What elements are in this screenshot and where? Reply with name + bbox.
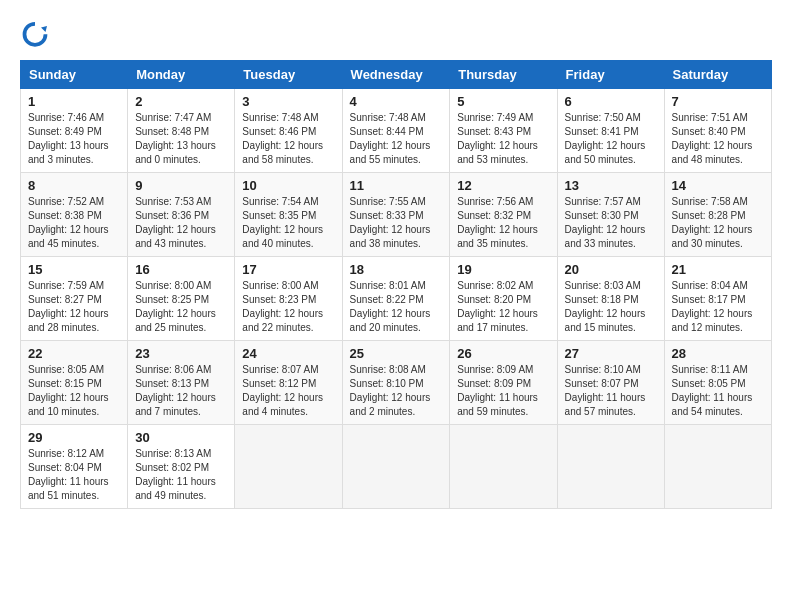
- day-number: 20: [565, 262, 657, 277]
- day-number: 25: [350, 346, 443, 361]
- calendar-cell: 12Sunrise: 7:56 AM Sunset: 8:32 PM Dayli…: [450, 173, 557, 257]
- logo: [20, 20, 54, 50]
- calendar-cell: 7Sunrise: 7:51 AM Sunset: 8:40 PM Daylig…: [664, 89, 771, 173]
- day-header-tuesday: Tuesday: [235, 61, 342, 89]
- calendar-table: SundayMondayTuesdayWednesdayThursdayFrid…: [20, 60, 772, 509]
- calendar-cell: 27Sunrise: 8:10 AM Sunset: 8:07 PM Dayli…: [557, 341, 664, 425]
- day-number: 19: [457, 262, 549, 277]
- day-number: 21: [672, 262, 764, 277]
- day-number: 4: [350, 94, 443, 109]
- calendar-cell: 14Sunrise: 7:58 AM Sunset: 8:28 PM Dayli…: [664, 173, 771, 257]
- day-number: 29: [28, 430, 120, 445]
- day-number: 14: [672, 178, 764, 193]
- calendar-cell: 3Sunrise: 7:48 AM Sunset: 8:46 PM Daylig…: [235, 89, 342, 173]
- day-number: 22: [28, 346, 120, 361]
- calendar-cell: 6Sunrise: 7:50 AM Sunset: 8:41 PM Daylig…: [557, 89, 664, 173]
- day-number: 11: [350, 178, 443, 193]
- calendar-cell: [235, 425, 342, 509]
- calendar-week-5: 29Sunrise: 8:12 AM Sunset: 8:04 PM Dayli…: [21, 425, 772, 509]
- day-number: 27: [565, 346, 657, 361]
- day-number: 18: [350, 262, 443, 277]
- day-content: Sunrise: 7:59 AM Sunset: 8:27 PM Dayligh…: [28, 279, 120, 335]
- day-content: Sunrise: 8:04 AM Sunset: 8:17 PM Dayligh…: [672, 279, 764, 335]
- day-content: Sunrise: 7:55 AM Sunset: 8:33 PM Dayligh…: [350, 195, 443, 251]
- calendar-cell: 16Sunrise: 8:00 AM Sunset: 8:25 PM Dayli…: [128, 257, 235, 341]
- day-number: 1: [28, 94, 120, 109]
- day-number: 3: [242, 94, 334, 109]
- calendar-cell: [557, 425, 664, 509]
- calendar-cell: 4Sunrise: 7:48 AM Sunset: 8:44 PM Daylig…: [342, 89, 450, 173]
- calendar-cell: 11Sunrise: 7:55 AM Sunset: 8:33 PM Dayli…: [342, 173, 450, 257]
- day-content: Sunrise: 7:57 AM Sunset: 8:30 PM Dayligh…: [565, 195, 657, 251]
- day-number: 13: [565, 178, 657, 193]
- day-content: Sunrise: 8:01 AM Sunset: 8:22 PM Dayligh…: [350, 279, 443, 335]
- calendar-cell: [450, 425, 557, 509]
- day-number: 28: [672, 346, 764, 361]
- day-number: 10: [242, 178, 334, 193]
- day-header-monday: Monday: [128, 61, 235, 89]
- day-header-wednesday: Wednesday: [342, 61, 450, 89]
- calendar-cell: [664, 425, 771, 509]
- day-number: 6: [565, 94, 657, 109]
- day-header-friday: Friday: [557, 61, 664, 89]
- calendar-cell: 29Sunrise: 8:12 AM Sunset: 8:04 PM Dayli…: [21, 425, 128, 509]
- day-content: Sunrise: 7:58 AM Sunset: 8:28 PM Dayligh…: [672, 195, 764, 251]
- calendar-cell: 8Sunrise: 7:52 AM Sunset: 8:38 PM Daylig…: [21, 173, 128, 257]
- day-number: 24: [242, 346, 334, 361]
- day-number: 23: [135, 346, 227, 361]
- day-number: 7: [672, 94, 764, 109]
- day-content: Sunrise: 7:47 AM Sunset: 8:48 PM Dayligh…: [135, 111, 227, 167]
- day-number: 2: [135, 94, 227, 109]
- logo-icon: [20, 20, 50, 50]
- day-content: Sunrise: 8:13 AM Sunset: 8:02 PM Dayligh…: [135, 447, 227, 503]
- day-content: Sunrise: 7:53 AM Sunset: 8:36 PM Dayligh…: [135, 195, 227, 251]
- day-content: Sunrise: 8:02 AM Sunset: 8:20 PM Dayligh…: [457, 279, 549, 335]
- day-content: Sunrise: 8:03 AM Sunset: 8:18 PM Dayligh…: [565, 279, 657, 335]
- calendar-cell: 26Sunrise: 8:09 AM Sunset: 8:09 PM Dayli…: [450, 341, 557, 425]
- calendar-cell: 18Sunrise: 8:01 AM Sunset: 8:22 PM Dayli…: [342, 257, 450, 341]
- calendar-week-2: 8Sunrise: 7:52 AM Sunset: 8:38 PM Daylig…: [21, 173, 772, 257]
- calendar-cell: 13Sunrise: 7:57 AM Sunset: 8:30 PM Dayli…: [557, 173, 664, 257]
- day-number: 17: [242, 262, 334, 277]
- day-content: Sunrise: 8:05 AM Sunset: 8:15 PM Dayligh…: [28, 363, 120, 419]
- day-content: Sunrise: 7:54 AM Sunset: 8:35 PM Dayligh…: [242, 195, 334, 251]
- day-number: 9: [135, 178, 227, 193]
- day-header-saturday: Saturday: [664, 61, 771, 89]
- day-content: Sunrise: 7:48 AM Sunset: 8:46 PM Dayligh…: [242, 111, 334, 167]
- calendar-week-4: 22Sunrise: 8:05 AM Sunset: 8:15 PM Dayli…: [21, 341, 772, 425]
- day-number: 12: [457, 178, 549, 193]
- day-content: Sunrise: 7:49 AM Sunset: 8:43 PM Dayligh…: [457, 111, 549, 167]
- calendar-cell: 10Sunrise: 7:54 AM Sunset: 8:35 PM Dayli…: [235, 173, 342, 257]
- calendar-week-3: 15Sunrise: 7:59 AM Sunset: 8:27 PM Dayli…: [21, 257, 772, 341]
- day-header-thursday: Thursday: [450, 61, 557, 89]
- day-content: Sunrise: 8:06 AM Sunset: 8:13 PM Dayligh…: [135, 363, 227, 419]
- calendar-week-1: 1Sunrise: 7:46 AM Sunset: 8:49 PM Daylig…: [21, 89, 772, 173]
- day-number: 30: [135, 430, 227, 445]
- day-content: Sunrise: 8:08 AM Sunset: 8:10 PM Dayligh…: [350, 363, 443, 419]
- calendar-cell: 22Sunrise: 8:05 AM Sunset: 8:15 PM Dayli…: [21, 341, 128, 425]
- calendar-cell: 23Sunrise: 8:06 AM Sunset: 8:13 PM Dayli…: [128, 341, 235, 425]
- calendar-cell: 28Sunrise: 8:11 AM Sunset: 8:05 PM Dayli…: [664, 341, 771, 425]
- calendar-cell: 15Sunrise: 7:59 AM Sunset: 8:27 PM Dayli…: [21, 257, 128, 341]
- calendar-cell: 20Sunrise: 8:03 AM Sunset: 8:18 PM Dayli…: [557, 257, 664, 341]
- day-number: 8: [28, 178, 120, 193]
- day-content: Sunrise: 8:11 AM Sunset: 8:05 PM Dayligh…: [672, 363, 764, 419]
- day-content: Sunrise: 8:09 AM Sunset: 8:09 PM Dayligh…: [457, 363, 549, 419]
- calendar-cell: 5Sunrise: 7:49 AM Sunset: 8:43 PM Daylig…: [450, 89, 557, 173]
- calendar-cell: 1Sunrise: 7:46 AM Sunset: 8:49 PM Daylig…: [21, 89, 128, 173]
- day-number: 5: [457, 94, 549, 109]
- calendar-cell: 17Sunrise: 8:00 AM Sunset: 8:23 PM Dayli…: [235, 257, 342, 341]
- day-content: Sunrise: 8:00 AM Sunset: 8:23 PM Dayligh…: [242, 279, 334, 335]
- day-content: Sunrise: 8:10 AM Sunset: 8:07 PM Dayligh…: [565, 363, 657, 419]
- day-content: Sunrise: 8:12 AM Sunset: 8:04 PM Dayligh…: [28, 447, 120, 503]
- day-content: Sunrise: 7:51 AM Sunset: 8:40 PM Dayligh…: [672, 111, 764, 167]
- calendar-cell: [342, 425, 450, 509]
- day-content: Sunrise: 7:52 AM Sunset: 8:38 PM Dayligh…: [28, 195, 120, 251]
- day-number: 26: [457, 346, 549, 361]
- calendar-cell: 30Sunrise: 8:13 AM Sunset: 8:02 PM Dayli…: [128, 425, 235, 509]
- calendar-cell: 19Sunrise: 8:02 AM Sunset: 8:20 PM Dayli…: [450, 257, 557, 341]
- day-header-sunday: Sunday: [21, 61, 128, 89]
- calendar-cell: 2Sunrise: 7:47 AM Sunset: 8:48 PM Daylig…: [128, 89, 235, 173]
- day-content: Sunrise: 7:48 AM Sunset: 8:44 PM Dayligh…: [350, 111, 443, 167]
- day-content: Sunrise: 8:00 AM Sunset: 8:25 PM Dayligh…: [135, 279, 227, 335]
